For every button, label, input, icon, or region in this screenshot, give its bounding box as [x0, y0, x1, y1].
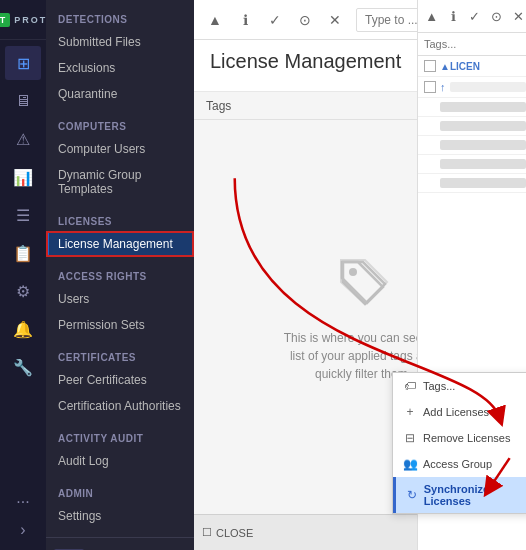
tags-toolbar: ▲ ℹ ✓ ⊙ ✕	[418, 0, 526, 33]
rail-icon-settings[interactable]: ⚙	[5, 274, 41, 308]
context-menu: 🏷 Tags... + Add Licenses ⊟ Remove Licens…	[392, 372, 526, 514]
tags-row-header: ▲LICEN	[418, 56, 526, 77]
rail-icon-alerts[interactable]: ⚠	[5, 122, 41, 156]
eset-logo: ESET	[0, 13, 10, 27]
rail-icon-policies[interactable]: 📋	[5, 236, 41, 270]
ctx-item-add-licenses[interactable]: + Add Licenses	[393, 399, 526, 425]
license-header-icon: ▲LICEN	[440, 61, 480, 72]
section-header-access-rights: ACCESS RIGHTS	[46, 257, 194, 286]
up-arrow-icon: ↑	[440, 81, 446, 93]
rail-icon-devices[interactable]: 🖥	[5, 84, 41, 118]
tag-toolbar-warning-icon[interactable]: ▲	[422, 4, 442, 28]
toolbar-info-icon[interactable]: ℹ	[232, 7, 258, 33]
tags-row-5	[418, 136, 526, 155]
ctx-item-access-group[interactable]: 👥 Access Group	[393, 451, 526, 477]
ctx-item-synchronize[interactable]: ↻ Synchronize Licenses	[393, 477, 526, 513]
tag-toolbar-x-icon[interactable]: ✕	[508, 4, 526, 28]
rail-icon-more[interactable]: ···	[5, 488, 41, 516]
sidebar-item-users[interactable]: Users	[46, 286, 194, 312]
toolbar-circle-icon[interactable]: ⊙	[292, 7, 318, 33]
section-header-licenses: LICENSES	[46, 202, 194, 231]
tags-label: Tags	[206, 99, 231, 113]
tags-row-3	[418, 98, 526, 117]
sidebar-item-exclusions[interactable]: Exclusions	[46, 55, 194, 81]
tags-row-6	[418, 155, 526, 174]
sidebar-bottom: ... ›	[46, 537, 194, 550]
tags-row-7	[418, 174, 526, 193]
sidebar: DETECTIONS Submitted Files Exclusions Qu…	[46, 0, 194, 550]
page-title: License Management	[210, 50, 401, 73]
tags-filter-input[interactable]	[424, 38, 526, 50]
toolbar-close-icon[interactable]: ✕	[322, 7, 348, 33]
ctx-item-tags[interactable]: 🏷 Tags...	[393, 373, 526, 399]
section-header-certificates: CERTIFICATES	[46, 338, 194, 367]
rail-icon-tasks[interactable]: ☰	[5, 198, 41, 232]
section-header-detections: DETECTIONS	[46, 0, 194, 29]
tags-panel: ▲ ℹ ✓ ⊙ ✕ ▾ ▲LICEN	[417, 0, 526, 550]
rail-icon-notifications[interactable]: 🔔	[5, 312, 41, 346]
sync-ctx-icon: ↻	[406, 488, 418, 502]
sidebar-item-submitted-files[interactable]: Submitted Files	[46, 29, 194, 55]
sidebar-section-activity-audit: ACTIVITY AUDIT Audit Log	[46, 419, 194, 474]
close-button[interactable]: ☐ CLOSE	[202, 526, 253, 539]
sidebar-section-detections: DETECTIONS Submitted Files Exclusions Qu…	[46, 0, 194, 107]
rail-icon-reports[interactable]: 📊	[5, 160, 41, 194]
ctx-tags-label: Tags...	[423, 380, 455, 392]
expand-icon: ›	[20, 521, 25, 539]
tags-row-4	[418, 117, 526, 136]
sidebar-item-settings[interactable]: Settings	[46, 503, 194, 529]
ctx-remove-label: Remove Licenses	[423, 432, 510, 444]
tags-checkbox-2[interactable]	[424, 81, 436, 93]
rail-icons: ⊞ 🖥 ⚠ 📊 ☰ 📋 ⚙ 🔔 🔧	[0, 40, 46, 384]
sidebar-section-admin: ADMIN Settings	[46, 474, 194, 529]
tag-big-icon	[333, 252, 393, 315]
ctx-access-label: Access Group	[423, 458, 492, 470]
sidebar-item-peer-certificates[interactable]: Peer Certificates	[46, 367, 194, 393]
sidebar-section-licenses: LICENSES License Management	[46, 202, 194, 257]
sidebar-section-certificates: CERTIFICATES Peer Certificates Certifica…	[46, 338, 194, 419]
add-ctx-icon: +	[403, 405, 417, 419]
sidebar-item-audit-log[interactable]: Audit Log	[46, 448, 194, 474]
sidebar-section-access-rights: ACCESS RIGHTS Users Permission Sets	[46, 257, 194, 338]
svg-point-0	[349, 268, 357, 276]
tag-toolbar-circle-icon[interactable]: ⊙	[487, 4, 507, 28]
tags-filter: ▾	[418, 33, 526, 56]
ctx-sync-label: Synchronize Licenses	[424, 483, 521, 507]
close-checkbox-icon: ☐	[202, 526, 212, 539]
section-header-computers: COMPUTERS	[46, 107, 194, 136]
section-header-activity-audit: ACTIVITY AUDIT	[46, 419, 194, 448]
icon-rail: ESET PROTECT ⊞ 🖥 ⚠ 📊 ☰ 📋 ⚙ 🔔 🔧 ··· ›	[0, 0, 46, 550]
tags-ctx-icon: 🏷	[403, 379, 417, 393]
sidebar-item-license-management[interactable]: License Management	[46, 231, 194, 257]
tag-toolbar-check-icon[interactable]: ✓	[465, 4, 485, 28]
close-label: CLOSE	[216, 527, 253, 539]
group-ctx-icon: 👥	[403, 457, 417, 471]
rail-icon-expand[interactable]: ›	[5, 516, 41, 544]
sidebar-section-computers: COMPUTERS Computer Users Dynamic Group T…	[46, 107, 194, 202]
sidebar-item-permission-sets[interactable]: Permission Sets	[46, 312, 194, 338]
sidebar-item-dynamic-group-templates[interactable]: Dynamic Group Templates	[46, 162, 194, 202]
section-header-admin: ADMIN	[46, 474, 194, 503]
sidebar-item-certification-authorities[interactable]: Certification Authorities	[46, 393, 194, 419]
ctx-add-label: Add Licenses	[423, 406, 489, 418]
rail-icon-home[interactable]: ⊞	[5, 46, 41, 80]
main-content: ▲ ℹ ✓ ⊙ ✕ License Management ⤢ Tags 🔍	[194, 0, 526, 550]
tag-toolbar-info-icon[interactable]: ℹ	[444, 4, 464, 28]
tags-checkbox[interactable]	[424, 60, 436, 72]
rail-icon-tools[interactable]: 🔧	[5, 350, 41, 384]
tags-row-2: ↑	[418, 77, 526, 98]
sidebar-item-computer-users[interactable]: Computer Users	[46, 136, 194, 162]
remove-ctx-icon: ⊟	[403, 431, 417, 445]
toolbar-check-icon[interactable]: ✓	[262, 7, 288, 33]
license-content-area: This is where you can see the list of yo…	[194, 120, 526, 514]
toolbar-warning-icon[interactable]: ▲	[202, 7, 228, 33]
more-dots-icon: ···	[16, 493, 29, 511]
ctx-item-remove-licenses[interactable]: ⊟ Remove Licenses	[393, 425, 526, 451]
sidebar-item-quarantine[interactable]: Quarantine	[46, 81, 194, 107]
